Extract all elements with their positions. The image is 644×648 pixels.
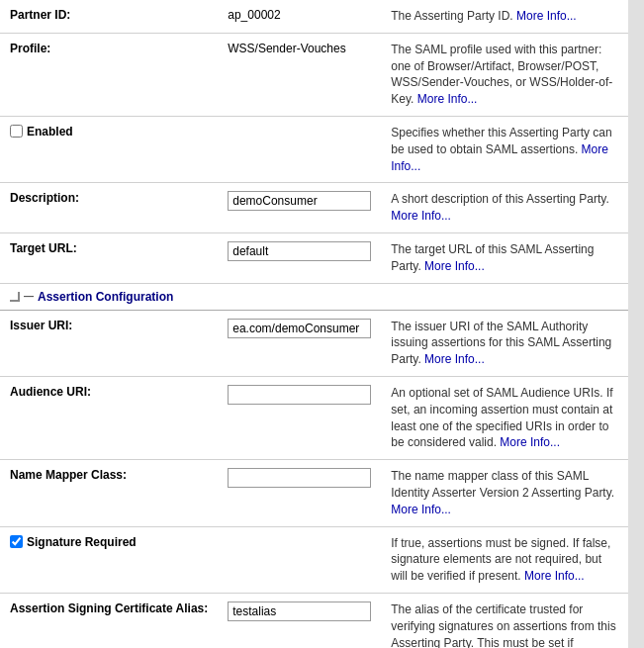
row-description: Description:A short description of this …: [0, 183, 628, 233]
section-title: —Assertion Configuration: [0, 283, 628, 310]
desc-signature-required: If true, assertions must be signed. If f…: [381, 526, 628, 593]
collapse-icon[interactable]: —: [24, 291, 34, 302]
input-cell-audience-uri: [218, 376, 381, 459]
input-cell-profile: WSS/Sender-Vouches: [218, 33, 381, 116]
input-audience-uri[interactable]: [228, 385, 371, 405]
more-info-link[interactable]: More Info...: [417, 92, 478, 106]
checkbox-label-signature-required: Signature Required: [27, 535, 137, 549]
desc-audience-uri: An optional set of SAML Audience URIs. I…: [381, 376, 628, 459]
input-name-mapper-class[interactable]: [228, 468, 371, 488]
desc-partner-id: The Asserting Party ID. More Info...: [381, 0, 628, 33]
label-assertion-signing-cert: Assertion Signing Certificate Alias:: [0, 593, 218, 648]
value-profile: WSS/Sender-Vouches: [228, 42, 345, 55]
more-info-link[interactable]: More Info...: [391, 503, 451, 516]
row-audience-uri: Audience URI:An optional set of SAML Aud…: [0, 376, 628, 459]
desc-assertion-signing-cert: The alias of the certificate trusted for…: [381, 593, 628, 648]
input-cell-name-mapper-class: [218, 460, 381, 526]
row-name-mapper-class: Name Mapper Class:The name mapper class …: [0, 460, 628, 526]
label-issuer-uri: Issuer URI:: [0, 310, 218, 376]
row-assertion-signing-cert: Assertion Signing Certificate Alias:The …: [0, 593, 628, 648]
row-signature-required: Signature RequiredIf true, assertions mu…: [0, 526, 628, 593]
checkbox-label-enabled: Enabled: [27, 125, 73, 139]
label-target-url: Target URL:: [0, 232, 218, 283]
input-cell-description: [218, 183, 381, 233]
row-target-url: Target URL:The target URL of this SAML A…: [0, 232, 628, 283]
label-partner-id: Partner ID:: [0, 0, 218, 33]
desc-target-url: The target URL of this SAML Asserting Pa…: [381, 232, 628, 283]
input-cell-partner-id: ap_00002: [218, 0, 381, 33]
section-title-text: Assertion Configuration: [38, 290, 173, 304]
more-info-link[interactable]: More Info...: [524, 569, 585, 583]
more-info-link[interactable]: More Info...: [500, 435, 560, 449]
input-cell-assertion-signing-cert: [218, 593, 381, 648]
more-info-link[interactable]: More Info...: [424, 259, 485, 273]
section-header: —Assertion Configuration: [0, 283, 628, 310]
label-signature-required: Signature Required: [0, 526, 381, 593]
more-info-link[interactable]: More Info...: [391, 142, 608, 173]
label-audience-uri: Audience URI:: [0, 376, 218, 459]
input-target-url[interactable]: [228, 241, 371, 261]
row-profile: Profile:WSS/Sender-VouchesThe SAML profi…: [0, 33, 628, 116]
label-profile: Profile:: [0, 33, 218, 116]
desc-profile: The SAML profile used with this partner:…: [381, 33, 628, 116]
more-info-link[interactable]: More Info...: [391, 209, 451, 223]
input-cell-issuer-uri: [218, 310, 381, 376]
desc-name-mapper-class: The name mapper class of this SAML Ident…: [381, 460, 628, 526]
desc-enabled: Specifies whether this Asserting Party c…: [381, 116, 628, 182]
input-cell-target-url: [218, 232, 381, 283]
checkbox-enabled[interactable]: [10, 125, 23, 138]
more-info-link[interactable]: More Info...: [516, 9, 577, 23]
input-assertion-signing-cert[interactable]: [228, 602, 371, 621]
label-enabled: Enabled: [0, 116, 381, 182]
input-issuer-uri[interactable]: [228, 319, 371, 338]
checkbox-signature-required[interactable]: [10, 535, 23, 548]
row-enabled: EnabledSpecifies whether this Asserting …: [0, 116, 628, 182]
desc-issuer-uri: The issuer URI of the SAML Authority iss…: [381, 310, 628, 376]
value-partner-id: ap_00002: [228, 8, 280, 22]
row-issuer-uri: Issuer URI:The issuer URI of the SAML Au…: [0, 310, 628, 376]
label-name-mapper-class: Name Mapper Class:: [0, 460, 218, 526]
row-partner-id: Partner ID:ap_00002The Asserting Party I…: [0, 0, 628, 33]
desc-description: A short description of this Asserting Pa…: [381, 183, 628, 233]
input-description[interactable]: [228, 191, 371, 211]
more-info-link[interactable]: More Info...: [424, 352, 485, 366]
label-description: Description:: [0, 183, 218, 233]
form-table: Partner ID:ap_00002The Asserting Party I…: [0, 0, 628, 648]
